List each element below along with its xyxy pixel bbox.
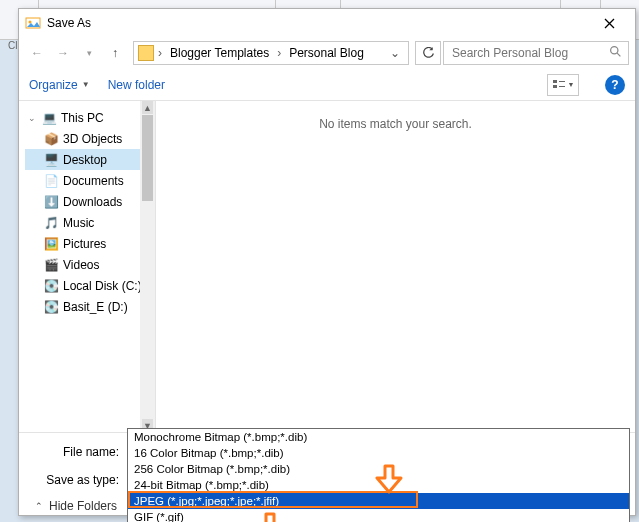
folder-icon (138, 45, 154, 61)
node-icon: 🎵 (43, 215, 59, 231)
tree-node[interactable]: 🎬Videos (25, 254, 155, 275)
tree-node[interactable]: ⬇️Downloads (25, 191, 155, 212)
node-label: Music (63, 216, 94, 230)
tree-node[interactable]: 📄Documents (25, 170, 155, 191)
nav-forward-button[interactable]: → (51, 41, 75, 65)
tree-node[interactable]: 💽Local Disk (C:) (25, 275, 155, 296)
savetype-label: Save as type: (31, 473, 127, 487)
chevron-down-icon: ▼ (82, 80, 90, 89)
search-input[interactable] (450, 45, 609, 61)
svg-rect-4 (553, 80, 557, 83)
search-icon (609, 45, 622, 61)
scroll-thumb[interactable] (142, 115, 153, 201)
dialog-title: Save As (47, 16, 589, 30)
node-label: Pictures (63, 237, 106, 251)
node-label: Basit_E (D:) (63, 300, 128, 314)
folder-tree: ⌄💻This PC📦3D Objects🖥️Desktop📄Documents⬇… (19, 101, 156, 432)
scroll-up-icon[interactable]: ▲ (142, 101, 153, 114)
node-label: Videos (63, 258, 99, 272)
breadcrumb[interactable]: Personal Blog (285, 42, 368, 64)
node-icon: 💻 (41, 110, 57, 126)
filetype-option[interactable]: 16 Color Bitmap (*.bmp;*.dib) (128, 445, 629, 461)
chevron-right-icon: › (277, 46, 281, 60)
tree-node[interactable]: 🎵Music (25, 212, 155, 233)
tree-node[interactable]: ⌄💻This PC (25, 107, 155, 128)
nav-recent-button[interactable]: ▾ (77, 41, 101, 65)
filetype-option[interactable]: Monochrome Bitmap (*.bmp;*.dib) (128, 429, 629, 445)
filetype-option[interactable]: 256 Color Bitmap (*.bmp;*.dib) (128, 461, 629, 477)
node-label: Local Disk (C:) (63, 279, 142, 293)
file-list-area: No items match your search. (156, 101, 635, 432)
address-dropdown-icon[interactable]: ⌄ (386, 46, 404, 60)
savetype-dropdown-list: Monochrome Bitmap (*.bmp;*.dib)16 Color … (127, 428, 630, 522)
address-bar[interactable]: › Blogger Templates › Personal Blog ⌄ (133, 41, 409, 65)
node-icon: 🎬 (43, 257, 59, 273)
tree-scrollbar[interactable]: ▲ ▼ (140, 101, 155, 432)
node-label: Downloads (63, 195, 122, 209)
svg-rect-5 (553, 85, 557, 88)
node-icon: 📄 (43, 173, 59, 189)
app-icon (25, 15, 41, 31)
empty-message: No items match your search. (319, 117, 472, 432)
node-icon: 💽 (43, 299, 59, 315)
node-icon: 💽 (43, 278, 59, 294)
node-icon: 🖼️ (43, 236, 59, 252)
expand-icon[interactable]: ⌄ (27, 113, 37, 123)
svg-point-2 (611, 47, 618, 54)
nav-up-button[interactable]: ↑ (103, 41, 127, 65)
nav-back-button[interactable]: ← (25, 41, 49, 65)
node-label: This PC (61, 111, 104, 125)
filetype-option[interactable]: 24-bit Bitmap (*.bmp;*.dib) (128, 477, 629, 493)
node-icon: 📦 (43, 131, 59, 147)
filetype-option[interactable]: JPEG (*.jpg;*.jpeg;*.jpe;*.jfif) (128, 493, 629, 509)
node-label: 3D Objects (63, 132, 122, 146)
view-options-button[interactable]: ▼ (547, 74, 579, 96)
chevron-right-icon: › (158, 46, 162, 60)
search-box[interactable] (443, 41, 629, 65)
tree-node[interactable]: 🖼️Pictures (25, 233, 155, 254)
svg-line-3 (617, 53, 620, 56)
organize-button[interactable]: Organize▼ (29, 78, 90, 92)
refresh-button[interactable] (415, 41, 441, 65)
breadcrumb[interactable]: Blogger Templates (166, 42, 273, 64)
node-icon: 🖥️ (43, 152, 59, 168)
tree-node[interactable]: 🖥️Desktop (25, 149, 155, 170)
new-folder-button[interactable]: New folder (108, 78, 165, 92)
chevron-up-icon: ⌃ (35, 501, 43, 511)
node-label: Desktop (63, 153, 107, 167)
filetype-option[interactable]: GIF (*.gif) (128, 509, 629, 522)
help-button[interactable]: ? (605, 75, 625, 95)
node-icon: ⬇️ (43, 194, 59, 210)
tree-node[interactable]: 💽Basit_E (D:) (25, 296, 155, 317)
filename-label: File name: (31, 445, 127, 459)
node-label: Documents (63, 174, 124, 188)
close-button[interactable] (589, 11, 629, 35)
tree-node[interactable]: 📦3D Objects (25, 128, 155, 149)
